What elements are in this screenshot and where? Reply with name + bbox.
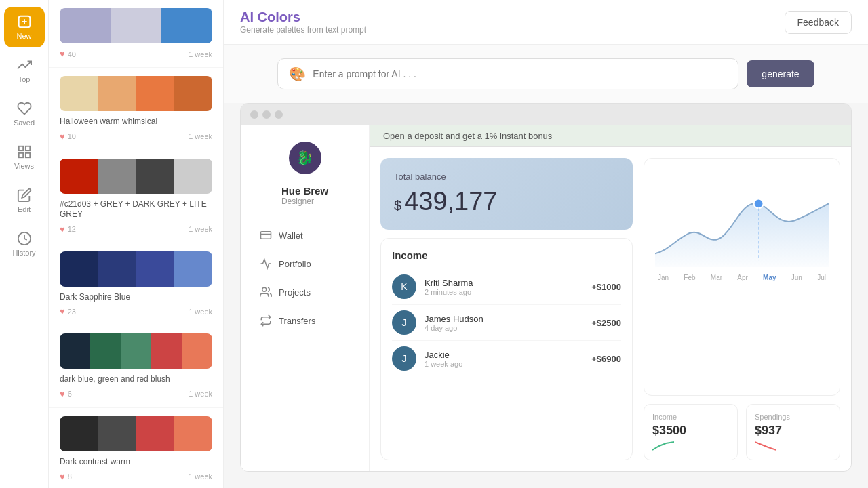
stat-income-value: $3500 xyxy=(652,424,729,438)
main-content: AI Colors Generate palettes from text pr… xyxy=(224,0,868,488)
svg-rect-6 xyxy=(18,153,22,157)
income-time: 2 minutes ago xyxy=(425,288,583,296)
svg-rect-4 xyxy=(25,146,29,150)
income-time: 1 week ago xyxy=(425,360,583,368)
brand-title: AI Colors xyxy=(240,9,366,25)
palette-item[interactable]: dark blue, green and red blush ♥ 6 1 wee… xyxy=(49,325,223,408)
income-info: James Hudson 4 day ago xyxy=(425,314,583,332)
menu-projects[interactable]: Projects xyxy=(252,279,358,305)
palette-name: dark blue, green and red blush xyxy=(60,374,212,385)
heart-icon: ♥ xyxy=(60,472,65,482)
palette-swatch xyxy=(60,76,212,111)
portfolio-icon xyxy=(260,258,272,270)
svg-rect-3 xyxy=(18,146,22,150)
stat-income-label: Income xyxy=(652,413,729,421)
app-left-panel: 🐉 Hue Brew Designer Wallet Portfolio xyxy=(241,125,370,471)
income-name: James Hudson xyxy=(425,314,583,324)
swatch-color xyxy=(90,333,121,369)
swatch-color xyxy=(174,416,212,451)
swatch-color xyxy=(174,159,212,194)
svg-rect-8 xyxy=(261,232,271,239)
prompt-input[interactable] xyxy=(313,68,727,79)
income-info: Jackie 1 week ago xyxy=(425,350,583,368)
swatch-color xyxy=(98,159,136,194)
swatch-color xyxy=(136,416,174,451)
chart-month-labels: Jan Feb Mar Apr May Jun Jul xyxy=(655,274,829,281)
swatch-color xyxy=(60,76,98,111)
menu-wallet[interactable]: Wallet xyxy=(252,222,358,248)
income-name: Jackie xyxy=(425,350,583,360)
chart-card: Jan Feb Mar Apr May Jun Jul xyxy=(644,158,840,396)
brand-subtitle: Generate palettes from text prompt xyxy=(240,25,366,35)
chart-active-dot xyxy=(754,199,764,208)
app-banner: Open a deposit and get a 1% instant bonu… xyxy=(370,125,851,147)
income-item: J Jackie 1 week ago +$6900 xyxy=(392,341,621,376)
projects-icon xyxy=(260,286,272,298)
chart-svg xyxy=(655,169,829,271)
income-item: J James Hudson 4 day ago +$2500 xyxy=(392,305,621,341)
heart-icon: ♥ xyxy=(60,49,65,59)
chart-section: Jan Feb Mar Apr May Jun Jul Inco xyxy=(644,158,840,460)
swatch-color xyxy=(98,76,136,111)
income-amount: +$2500 xyxy=(591,318,621,328)
month-jan: Jan xyxy=(658,274,669,281)
stat-spendings-label: Spendings xyxy=(755,413,831,421)
palette-item[interactable]: ♥ 40 1 week xyxy=(49,0,223,68)
income-name: Kriti Sharma xyxy=(425,278,583,288)
palette-meta: ♥ 12 1 week xyxy=(60,224,212,235)
balance-card: Total balance $ 439,177 xyxy=(380,158,633,230)
palette-swatch xyxy=(60,8,212,43)
stat-spendings-trend xyxy=(755,441,831,451)
income-time: 4 day ago xyxy=(425,324,583,332)
swatch-color xyxy=(98,416,136,451)
svg-rect-5 xyxy=(25,153,29,157)
user-role: Designer xyxy=(281,197,328,206)
palette-like-count: 8 xyxy=(68,472,72,481)
palette-name: Dark contrast warm xyxy=(60,457,212,468)
menu-portfolio[interactable]: Portfolio xyxy=(252,251,358,277)
browser-dot-green xyxy=(275,110,283,119)
month-feb: Feb xyxy=(684,274,695,281)
nav-views-label: Views xyxy=(14,162,34,170)
menu-portfolio-label: Portfolio xyxy=(279,259,311,269)
generate-button[interactable]: generate xyxy=(747,60,814,87)
nav-new[interactable]: New xyxy=(4,7,45,47)
avatar-kriti: K xyxy=(392,274,416,299)
swatch-color xyxy=(136,76,174,111)
feedback-button[interactable]: Feedback xyxy=(785,11,852,34)
palette-meta: ♥ 40 1 week xyxy=(60,49,212,59)
swatch-color xyxy=(60,333,90,369)
palette-item[interactable]: Dark contrast warm ♥ 8 1 week xyxy=(49,408,223,488)
nav-saved[interactable]: Saved xyxy=(4,94,45,134)
nav-views[interactable]: Views xyxy=(4,137,45,178)
nav-edit-label: Edit xyxy=(18,205,31,214)
swatch-color xyxy=(174,251,212,287)
income-amount: +$1000 xyxy=(591,282,621,292)
income-amount: +$6900 xyxy=(591,354,621,364)
palette-likes: ♥ 8 xyxy=(60,472,72,482)
palette-swatch xyxy=(60,333,212,369)
palette-time: 1 week xyxy=(189,472,212,481)
palette-likes: ♥ 40 xyxy=(60,49,76,59)
income-item: K Kriti Sharma 2 minutes ago +$1000 xyxy=(392,269,621,305)
browser-bar xyxy=(241,104,851,125)
swatch-color xyxy=(60,159,98,194)
nav-history[interactable]: History xyxy=(4,224,45,264)
palette-item[interactable]: #c21d03 + GREY + DARK GREY + LITE GREY ♥… xyxy=(49,150,223,243)
palette-item[interactable]: Dark Sapphire Blue ♥ 23 1 week xyxy=(49,243,223,326)
palette-name: Halloween warm whimsical xyxy=(60,117,212,127)
nav-top[interactable]: Top xyxy=(4,50,45,91)
palette-meta: ♥ 10 1 week xyxy=(60,131,212,142)
palette-sidebar: ♥ 40 1 week Halloween warm whimsical ♥ 1… xyxy=(49,0,224,488)
nav-edit[interactable]: Edit xyxy=(4,180,45,221)
income-info: Kriti Sharma 2 minutes ago xyxy=(425,278,583,296)
palette-likes: ♥ 23 xyxy=(60,306,76,317)
top-header: AI Colors Generate palettes from text pr… xyxy=(224,0,868,45)
swatch-color xyxy=(60,416,98,451)
menu-transfers[interactable]: Transfers xyxy=(252,308,358,333)
palette-time: 1 week xyxy=(189,132,212,140)
palette-name: #c21d03 + GREY + DARK GREY + LITE GREY xyxy=(60,199,212,220)
prompt-input-wrap: 🎨 xyxy=(277,58,738,89)
browser-dot-red xyxy=(250,110,258,119)
palette-item[interactable]: Halloween warm whimsical ♥ 10 1 week xyxy=(49,68,223,150)
